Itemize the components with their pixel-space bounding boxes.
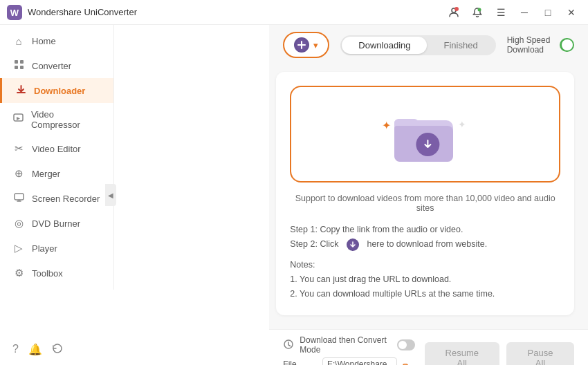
steps-section: Step 1: Copy the link from the audio or …: [290, 223, 560, 252]
video-compressor-icon: [12, 113, 24, 126]
high-speed-toggle[interactable]: [560, 38, 574, 52]
sidebar-label-downloader: Downloader: [34, 86, 85, 96]
sparkle-left-icon: ✦: [382, 119, 391, 132]
top-bar: ▾ Downloading Finished High Speed Downlo…: [269, 25, 588, 65]
resume-all-button[interactable]: Resume All: [425, 342, 500, 365]
convert-mode-label: Download then Convert Mode: [300, 335, 392, 355]
sparkle-right-icon: ✦: [458, 119, 466, 130]
file-path-text: E:\Wondershare UniConverter: [327, 359, 387, 365]
download-illustration: ✦ ✦: [290, 86, 560, 182]
tab-finished[interactable]: Finished: [427, 37, 494, 54]
app-logo: W: [7, 5, 22, 20]
svg-rect-8: [20, 66, 24, 69]
download-card: ✦ ✦ Support to download videos from more…: [276, 72, 574, 315]
notification-icon[interactable]: [468, 5, 487, 20]
bottom-bar: Download then Convert Mode File Location…: [269, 329, 588, 365]
step2-suffix: here to download from website.: [367, 237, 487, 252]
dvd-burner-icon: ◎: [12, 217, 25, 230]
bottom-left-section: Download then Convert Mode File Location…: [283, 335, 414, 365]
svg-text:W: W: [10, 8, 19, 18]
pause-all-button[interactable]: Pause All: [506, 342, 574, 365]
sidebar-label-video-compressor: Video Compressor: [31, 109, 101, 130]
window-controls: ☰ ─ □ ✕: [444, 5, 581, 20]
svg-rect-7: [15, 66, 18, 69]
main-layout: ⌂ Home Converter: [0, 25, 588, 365]
home-icon: ⌂: [12, 35, 25, 47]
sidebar-collapse-button[interactable]: ◀: [105, 184, 116, 206]
high-speed-section: High Speed Download: [507, 35, 574, 55]
svg-rect-10: [15, 194, 24, 200]
convert-mode-icon: [283, 339, 294, 352]
sidebar-item-home[interactable]: ⌂ Home: [0, 29, 113, 53]
notification-footer-icon[interactable]: 🔔: [28, 343, 42, 357]
svg-rect-9: [14, 114, 23, 121]
notes-title: Notes:: [290, 258, 560, 272]
file-location-label: File Location:: [283, 359, 317, 365]
converter-icon: [12, 59, 25, 72]
minimize-button[interactable]: ─: [515, 5, 534, 20]
user-icon[interactable]: [444, 5, 463, 20]
sidebar-item-downloader[interactable]: Downloader: [0, 78, 113, 103]
title-bar: W Wondershare UniConverter ☰ ─ □ ✕: [0, 0, 588, 25]
toolbox-icon: ⚙: [12, 267, 25, 279]
step1-line: Step 1: Copy the link from the audio or …: [290, 223, 560, 237]
support-text: Support to download videos from more tha…: [290, 194, 560, 213]
step2-line: Step 2: Click here to download from webs…: [290, 237, 560, 252]
sidebar-item-video-compressor[interactable]: Video Compressor: [0, 103, 113, 136]
app-title: Wondershare UniConverter: [28, 7, 444, 17]
tab-group: Downloading Finished: [340, 35, 495, 55]
sidebar-item-screen-recorder[interactable]: Screen Recorder: [0, 186, 113, 211]
note2: 2. You can download multiple URLs at the…: [290, 287, 560, 301]
video-editor-icon: ✂: [12, 142, 25, 155]
sidebar-label-dvd-burner: DVD Burner: [32, 218, 80, 229]
sidebar-label-screen-recorder: Screen Recorder: [32, 194, 100, 204]
note1: 1. You can just drag the URL to download…: [290, 272, 560, 287]
svg-point-4: [478, 8, 481, 11]
convert-mode-toggle[interactable]: [397, 339, 414, 350]
sidebar-item-merger[interactable]: ⊕ Merger: [0, 161, 113, 186]
bottom-actions: Resume All Pause All: [425, 342, 574, 365]
footer-icons: ? 🔔: [12, 343, 63, 357]
close-button[interactable]: ✕: [562, 5, 581, 20]
file-location-select[interactable]: E:\Wondershare UniConverter ▾: [322, 357, 397, 365]
notes-section: Notes: 1. You can just drag the URL to d…: [290, 258, 560, 302]
content-area: ▾ Downloading Finished High Speed Downlo…: [269, 25, 588, 365]
high-speed-label: High Speed Download: [507, 35, 555, 55]
add-button-icon: [294, 37, 309, 53]
sidebar-item-player[interactable]: ▷ Player: [0, 236, 113, 261]
maximize-button[interactable]: □: [538, 5, 558, 20]
file-location-row: File Location: E:\Wondershare UniConvert…: [283, 357, 414, 365]
sidebar-label-converter: Converter: [32, 61, 71, 71]
step1-text: Step 1: Copy the link from the audio or …: [290, 223, 463, 237]
convert-mode-row: Download then Convert Mode: [283, 335, 414, 355]
menu-icon[interactable]: ☰: [491, 5, 511, 20]
screen-recorder-icon: [12, 192, 25, 205]
add-button-chevron: ▾: [313, 40, 318, 50]
folder-illustration: ✦ ✦: [387, 106, 463, 162]
download-circle-button: [416, 133, 439, 156]
sidebar-label-video-editor: Video Editor: [32, 144, 81, 154]
sidebar-item-toolbox[interactable]: ⚙ Toolbox: [0, 261, 113, 286]
svg-rect-6: [20, 60, 24, 64]
add-download-button[interactable]: ▾: [283, 32, 329, 58]
sidebar-item-converter[interactable]: Converter: [0, 53, 113, 78]
sidebar-label-player: Player: [32, 243, 57, 254]
help-icon[interactable]: ?: [12, 343, 19, 357]
sidebar-item-dvd-burner[interactable]: ◎ DVD Burner: [0, 211, 113, 236]
sidebar-label-home: Home: [32, 36, 56, 46]
refresh-icon[interactable]: [52, 343, 63, 357]
svg-rect-5: [15, 60, 18, 64]
sidebar-label-toolbox: Toolbox: [32, 268, 63, 279]
sidebar-label-merger: Merger: [32, 169, 60, 179]
sidebar-item-video-editor[interactable]: ✂ Video Editor: [0, 136, 113, 161]
svg-point-3: [454, 7, 459, 11]
step2-prefix: Step 2: Click: [290, 237, 338, 252]
downloader-icon: [15, 84, 27, 97]
sidebar: ⌂ Home Converter: [0, 25, 114, 290]
tab-downloading[interactable]: Downloading: [342, 37, 427, 54]
player-icon: ▷: [12, 242, 25, 254]
merger-icon: ⊕: [12, 167, 25, 180]
step2-icon: [347, 238, 359, 251]
download-main: ✦ ✦ Support to download videos from more…: [269, 65, 588, 329]
